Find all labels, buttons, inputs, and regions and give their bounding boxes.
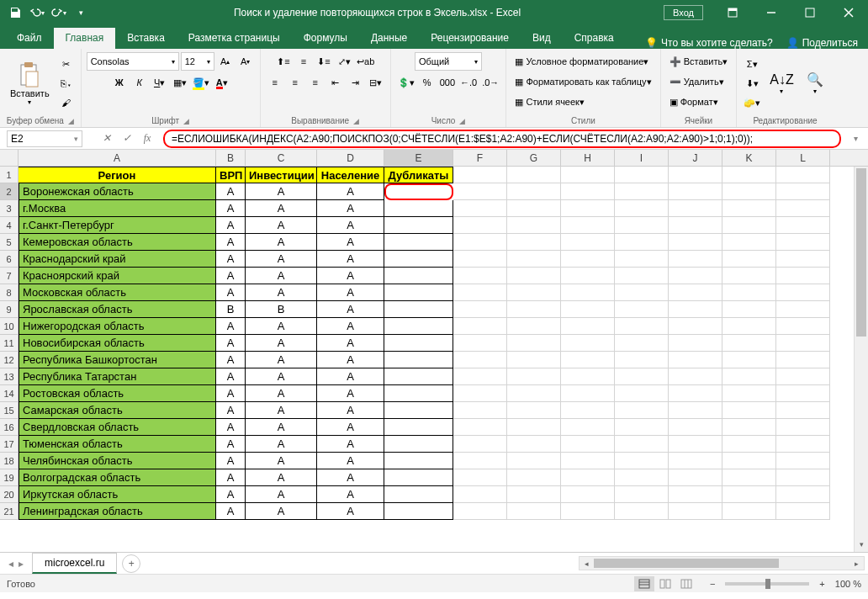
cell[interactable] [561,385,615,402]
cell[interactable] [561,419,615,436]
column-header-B[interactable]: B [216,150,246,166]
row-header[interactable]: 20 [0,486,19,503]
cell[interactable] [722,385,776,402]
data-cell[interactable]: A [246,251,317,268]
cells-format-button[interactable]: ▣ Формат▾ [666,93,722,111]
data-cell[interactable]: A [216,268,246,284]
cell[interactable] [776,352,830,368]
cell[interactable] [453,469,507,486]
cell[interactable] [507,301,561,318]
zoom-out-icon[interactable]: − [707,579,718,589]
data-cell[interactable]: A [317,335,384,352]
orientation-icon[interactable]: ⤢▾ [335,52,353,71]
decrease-decimal-icon[interactable]: .0→ [480,73,500,92]
underline-button[interactable]: Ч▾ [151,73,169,92]
cell[interactable] [776,251,830,268]
cell[interactable] [669,318,722,335]
region-cell[interactable]: Ярославская область [19,301,216,318]
cell[interactable] [722,284,776,301]
cancel-formula-icon[interactable]: ✕ [98,130,116,147]
data-cell[interactable]: A [317,284,384,301]
cell[interactable] [561,318,615,335]
cell[interactable] [722,268,776,284]
row-header[interactable]: 8 [0,284,19,301]
cell[interactable] [507,200,561,217]
sheet-tab[interactable]: microexcel.ru [32,553,117,574]
row-header[interactable]: 16 [0,419,19,436]
cell[interactable] [561,251,615,268]
duplicate-cell[interactable] [384,419,453,436]
data-cell[interactable]: A [216,469,246,486]
cell[interactable] [776,453,830,469]
qat-customize-icon[interactable]: ▾ [71,3,91,23]
cell[interactable] [669,284,722,301]
row-header[interactable]: 6 [0,251,19,268]
cell[interactable] [507,183,561,200]
data-cell[interactable]: A [246,335,317,352]
cell[interactable] [722,436,776,453]
cells-delete-button[interactable]: ➖ Удалить▾ [666,72,728,91]
data-cell[interactable]: A [216,251,246,268]
header-cell[interactable]: Население [317,167,384,183]
cell[interactable] [561,486,615,503]
duplicate-cell[interactable] [384,335,453,352]
font-name-select[interactable]: Consolas▾ [87,52,179,71]
column-header-C[interactable]: C [246,150,317,166]
percent-icon[interactable]: % [418,73,437,92]
duplicate-cell[interactable] [384,436,453,453]
data-cell[interactable]: A [216,352,246,368]
row-header[interactable]: 4 [0,217,19,234]
cell[interactable] [776,268,830,284]
cell[interactable] [561,503,615,520]
cell[interactable] [615,200,669,217]
column-header-K[interactable]: K [722,150,776,166]
zoom-value[interactable]: 100 % [835,579,861,589]
row-header[interactable]: 15 [0,402,19,419]
cell[interactable] [453,486,507,503]
column-header-F[interactable]: F [453,150,507,166]
vscroll-thumb[interactable] [856,168,866,337]
zoom-thumb[interactable] [765,579,770,589]
duplicate-cell[interactable] [384,503,453,520]
tab-formulas[interactable]: Формулы [292,28,359,49]
redo-icon[interactable]: ▾ [49,3,69,23]
cell[interactable] [722,503,776,520]
cell[interactable] [615,268,669,284]
cell[interactable] [776,419,830,436]
cell[interactable] [722,453,776,469]
cell[interactable] [453,217,507,234]
data-cell[interactable]: A [246,183,317,200]
duplicate-cell[interactable] [384,469,453,486]
data-cell[interactable]: A [246,234,317,251]
cell[interactable] [615,419,669,436]
column-header-G[interactable]: G [507,150,561,166]
autosum-icon[interactable]: Σ▾ [742,55,762,73]
cell[interactable] [453,183,507,200]
cell[interactable] [615,368,669,385]
duplicate-cell[interactable] [384,251,453,268]
region-cell[interactable]: Иркутская область [19,486,216,503]
row-header[interactable]: 5 [0,234,19,251]
cell[interactable] [507,486,561,503]
decrease-indent-icon[interactable]: ⇤ [326,73,345,92]
column-header-H[interactable]: H [561,150,615,166]
ribbon-display-icon[interactable] [713,0,752,25]
copy-icon[interactable]: ⎘▾ [57,74,76,93]
cell[interactable] [669,301,722,318]
formula-input[interactable] [163,130,841,148]
cell[interactable] [507,217,561,234]
cell[interactable] [776,284,830,301]
alignment-launcher-icon[interactable]: ◢ [353,117,359,125]
vertical-scrollbar[interactable]: ▴ ▾ [854,167,868,552]
cell[interactable] [669,200,722,217]
align-middle-icon[interactable]: ≡ [294,52,313,71]
name-box-dropdown-icon[interactable]: ▾ [74,135,78,143]
duplicate-cell[interactable] [384,368,453,385]
align-bottom-icon[interactable]: ⬇≡ [315,52,333,71]
cell[interactable] [561,469,615,486]
cell[interactable] [507,167,561,183]
data-cell[interactable]: A [317,301,384,318]
clear-icon[interactable]: 🧽▾ [742,93,762,112]
page-layout-view-icon[interactable] [655,576,675,591]
cell[interactable] [776,183,830,200]
